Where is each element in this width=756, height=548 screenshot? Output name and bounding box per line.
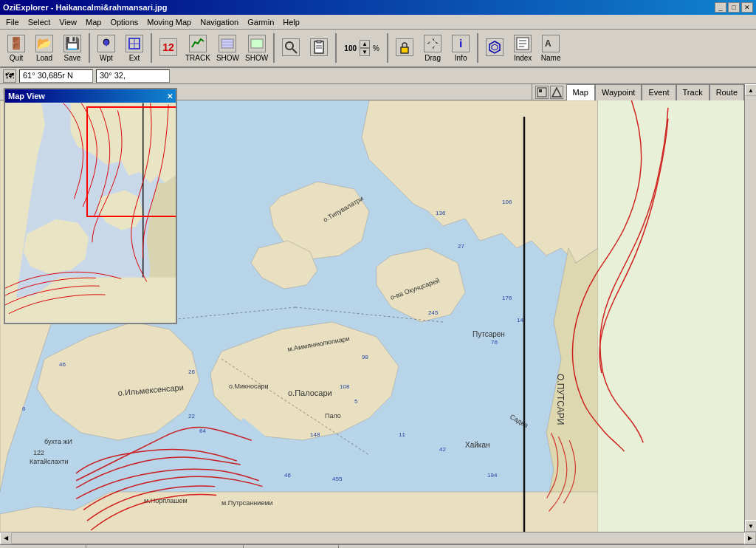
menu-view[interactable]: View xyxy=(55,16,81,28)
drag-icon xyxy=(424,35,441,52)
zoom-button[interactable]: 100 ▲ ▼ % xyxy=(340,31,384,65)
save-button[interactable]: 💾 Save xyxy=(59,31,86,65)
latitude-field[interactable]: 61° 30,685r N xyxy=(19,69,93,83)
tab-map[interactable]: Map xyxy=(566,84,595,100)
quit-button[interactable]: 🚪 Quit xyxy=(3,31,30,65)
minimize-button[interactable]: _ xyxy=(715,2,726,13)
index-button[interactable]: Index xyxy=(509,31,536,65)
toolbar: 🚪 Quit 📂 Load 💾 Save Wpt Ext 12 TRACK xyxy=(0,30,756,68)
sep6 xyxy=(477,33,478,63)
svg-marker-19 xyxy=(433,41,439,44)
tab-route[interactable]: Route xyxy=(709,84,744,100)
zoom-percent: % xyxy=(373,44,379,52)
clipboard-button[interactable] xyxy=(306,31,332,65)
horizontal-scrollbar[interactable]: ◀ ▶ xyxy=(0,532,756,544)
scroll-right-button[interactable]: ▶ xyxy=(744,532,756,544)
svg-text:Хайкан: Хайкан xyxy=(465,441,490,449)
svg-text:о.Микносари: о.Микносари xyxy=(229,383,268,390)
svg-text:455: 455 xyxy=(332,476,343,482)
map-btn1[interactable] xyxy=(535,86,549,99)
map-container[interactable]: Pulkovo 1942 (1) Map Waypoint Event Trac… xyxy=(0,84,744,532)
wpt-label: Wpt xyxy=(100,54,113,62)
map-icon-small: 🗺 xyxy=(3,69,16,83)
svg-text:м.Норплашем: м.Норплашем xyxy=(144,497,188,504)
svg-text:Катайслахти: Катайслахти xyxy=(30,458,68,465)
menu-select[interactable]: Select xyxy=(24,16,55,28)
tab-waypoint[interactable]: Waypoint xyxy=(595,84,642,100)
map-btn2[interactable] xyxy=(550,86,563,99)
svg-text:22: 22 xyxy=(188,413,195,419)
svg-text:148: 148 xyxy=(310,431,320,438)
svg-text:6: 6 xyxy=(22,405,26,412)
status-section-1: Track Points Loaded xyxy=(0,545,86,548)
scroll-up-button[interactable]: ▲ xyxy=(745,84,756,96)
scroll-horiz-thumb[interactable] xyxy=(12,532,744,544)
show2-button[interactable]: SHOW xyxy=(243,31,270,65)
svg-marker-17 xyxy=(433,44,435,49)
hex-button[interactable] xyxy=(481,31,508,65)
drag-label: Drag xyxy=(425,54,441,62)
scroll-left-button[interactable]: ◀ xyxy=(0,532,12,544)
svg-marker-16 xyxy=(433,38,435,43)
svg-marker-21 xyxy=(492,44,498,50)
svg-text:5: 5 xyxy=(354,398,358,405)
svg-text:122: 122 xyxy=(33,449,44,456)
svg-marker-29 xyxy=(552,88,561,97)
menu-navigation[interactable]: Navigation xyxy=(196,16,243,28)
save-icon: 💾 xyxy=(63,35,81,52)
search-button[interactable] xyxy=(278,31,304,65)
map-view-title[interactable]: Map View ✕ xyxy=(5,89,176,103)
map-view-content xyxy=(5,103,176,323)
name-label: Name xyxy=(541,54,561,62)
sep3 xyxy=(273,33,275,63)
status-section-3: Events Used : 0 of 500 xyxy=(244,545,338,548)
wpt-button[interactable]: Wpt xyxy=(93,31,120,65)
drag-button[interactable]: Drag xyxy=(419,31,446,65)
track-button[interactable]: TRACK xyxy=(183,31,213,65)
info-label: Info xyxy=(455,54,467,62)
clipboard-icon xyxy=(310,38,328,56)
window-controls[interactable]: _ □ ✕ xyxy=(715,2,753,13)
ext-button[interactable]: Ext xyxy=(121,31,148,65)
info-button[interactable]: i Info xyxy=(447,31,474,65)
lock-button[interactable] xyxy=(391,31,418,65)
name-button[interactable]: A Name xyxy=(537,31,564,65)
menu-garmin[interactable]: Garmin xyxy=(243,16,278,28)
svg-marker-18 xyxy=(427,41,432,44)
menu-moving-map[interactable]: Moving Map xyxy=(142,16,196,28)
tab-track[interactable]: Track xyxy=(676,84,709,100)
longitude-field[interactable]: 30° 32, xyxy=(96,69,170,83)
status-section-2: Waypoints Used : 0 of 10000 (GPS:500) xyxy=(86,545,244,548)
tab-section: Map Waypoint Event Track Route xyxy=(566,84,744,100)
scroll-down-button[interactable]: ▼ xyxy=(745,520,756,532)
svg-text:11: 11 xyxy=(399,431,405,438)
menu-file[interactable]: File xyxy=(1,16,24,28)
tab-event[interactable]: Event xyxy=(642,84,676,100)
menu-options[interactable]: Options xyxy=(106,16,142,28)
zoom-down-button[interactable]: ▼ xyxy=(360,48,370,56)
menu-help[interactable]: Help xyxy=(278,16,304,28)
sep2 xyxy=(151,33,152,63)
scroll-thumb[interactable] xyxy=(745,96,756,520)
svg-rect-8 xyxy=(251,39,263,48)
zoom-up-button[interactable]: ▲ xyxy=(360,40,370,48)
num12-icon: 12 xyxy=(159,38,177,56)
map-view-close[interactable]: ✕ xyxy=(167,92,173,100)
num12-button[interactable]: 12 xyxy=(155,31,182,65)
menu-map[interactable]: Map xyxy=(81,16,106,28)
map-view-overlay[interactable]: Map View ✕ xyxy=(4,88,177,324)
close-button[interactable]: ✕ xyxy=(741,2,753,13)
sep4 xyxy=(335,33,337,63)
menu-bar: File Select View Map Options Moving Map … xyxy=(0,15,756,30)
svg-line-10 xyxy=(292,49,297,53)
svg-text:м.Путрсанниеми: м.Путрсанниеми xyxy=(221,499,272,507)
title-bar: OziExplorer - Haikancalmi&rahmansari.jpg… xyxy=(0,0,756,15)
maximize-button[interactable]: □ xyxy=(728,2,740,13)
ext-icon xyxy=(126,35,143,52)
show1-button[interactable]: SHOW xyxy=(214,31,241,65)
load-button[interactable]: 📂 Load xyxy=(31,31,58,65)
svg-marker-1 xyxy=(104,44,109,47)
main-scrollbar[interactable]: ▲ ▼ xyxy=(744,84,756,532)
zoom-label: 100 xyxy=(344,44,357,52)
svg-text:бухта жИ: бухта жИ xyxy=(44,438,72,445)
